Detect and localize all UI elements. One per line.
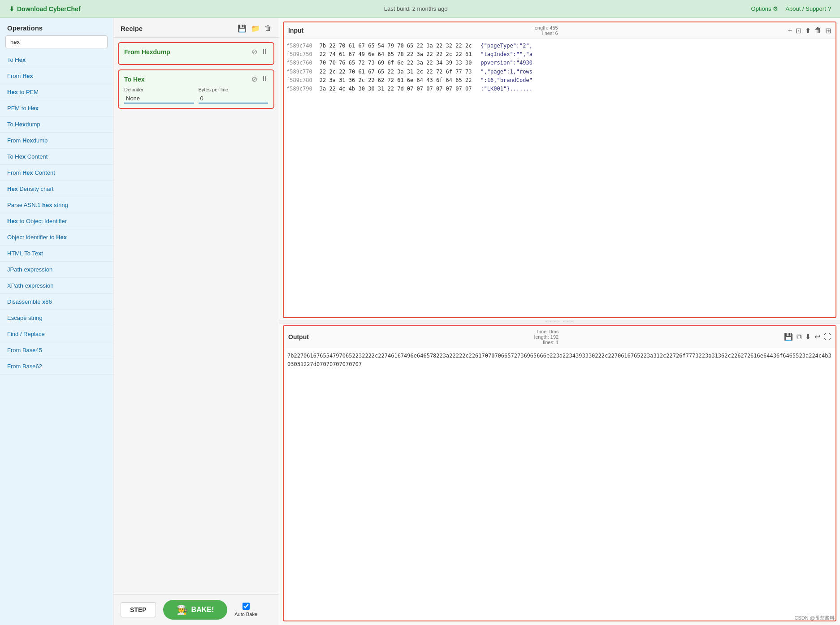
recipe-folder-icon[interactable]: 📁 xyxy=(251,24,260,33)
sidebar-item[interactable]: From Base62 xyxy=(0,358,113,375)
output-lines: 1 xyxy=(556,340,559,345)
options-label: Options xyxy=(751,5,771,12)
input-content[interactable]: f589c740 f589c750 f589c760 f589c770 f589… xyxy=(284,39,836,317)
sidebar-item[interactable]: Object Identifier to Hex xyxy=(0,229,113,246)
recipe-card-to-hex: To Hex ⊘ ⏸ Delimiter Bytes per line xyxy=(118,69,274,109)
recipe-card-header: From Hexdump ⊘ ⏸ xyxy=(124,47,268,56)
recipe-body: From Hexdump ⊘ ⏸ To Hex ⊘ ⏸ xyxy=(113,38,279,594)
main-layout: Operations To HexFrom HexHex to PEMPEM t… xyxy=(0,18,840,625)
sidebar-item[interactable]: To Hex Content xyxy=(0,149,113,165)
input-import-icon[interactable]: ⬆ xyxy=(805,26,811,35)
sidebar-title: Operations xyxy=(0,18,113,35)
to-hex-title: To Hex xyxy=(124,76,145,83)
sidebar: Operations To HexFrom HexHex to PEMPEM t… xyxy=(0,18,113,625)
input-add-icon[interactable]: + xyxy=(788,26,792,34)
sidebar-item[interactable]: HTML To Text xyxy=(0,246,113,262)
input-area: Input length: 455 lines: 6 + ⊡ ⬆ 🗑 ⊞ f58… xyxy=(283,22,836,318)
options-icon: ⚙ xyxy=(773,5,778,12)
to-hex-pause-icon[interactable]: ⏸ xyxy=(261,75,268,83)
hex-addresses: f589c740 f589c750 f589c760 f589c770 f589… xyxy=(286,42,312,315)
output-title: Output xyxy=(288,333,309,341)
auto-bake-label: Auto Bake xyxy=(234,612,257,617)
recipe-card-to-hex-header: To Hex ⊘ ⏸ xyxy=(124,75,268,83)
recipe-bottom: STEP 👨‍🍳 BAKE! Auto Bake xyxy=(113,594,279,625)
to-hex-disable-icon[interactable]: ⊘ xyxy=(251,75,257,83)
from-hexdump-title: From Hexdump xyxy=(124,48,170,56)
bytes-per-line-label: Bytes per line xyxy=(199,87,268,92)
sidebar-item[interactable]: From Hexdump xyxy=(0,133,113,149)
to-hex-fields: Delimiter Bytes per line xyxy=(124,87,268,103)
sidebar-item[interactable]: Hex to PEM xyxy=(0,84,113,100)
output-expand-icon[interactable]: ⛶ xyxy=(824,333,831,341)
output-content[interactable]: 7b2270616765547970652232222c22746167496e… xyxy=(284,348,836,621)
download-icon: ⬇ xyxy=(9,5,14,13)
input-grid-icon[interactable]: ⊞ xyxy=(825,26,831,35)
output-length: 192 xyxy=(550,334,559,340)
input-meta: length: 455 lines: 6 xyxy=(533,25,558,36)
bake-label: BAKE! xyxy=(191,606,214,614)
output-undo-icon[interactable]: ↩ xyxy=(814,332,820,341)
from-hexdump-pause-icon[interactable]: ⏸ xyxy=(261,47,268,56)
bytes-per-line-field-group: Bytes per line xyxy=(199,87,268,103)
sidebar-item[interactable]: Find / Replace xyxy=(0,326,113,342)
step-button[interactable]: STEP xyxy=(121,602,156,617)
build-info: Last build: 2 months ago xyxy=(384,5,448,12)
recipe-panel: Recipe 💾 📁 🗑 From Hexdump ⊘ ⏸ xyxy=(113,18,279,625)
input-header: Input length: 455 lines: 6 + ⊡ ⬆ 🗑 ⊞ xyxy=(284,22,836,39)
sidebar-item[interactable]: Disassemble x86 xyxy=(0,294,113,310)
recipe-title: Recipe xyxy=(121,25,143,32)
input-length: 455 xyxy=(550,25,558,30)
from-hexdump-disable-icon[interactable]: ⊘ xyxy=(251,47,257,56)
sidebar-item[interactable]: Hex to Object Identifier xyxy=(0,213,113,229)
to-hex-icons: ⊘ ⏸ xyxy=(251,75,268,83)
recipe-trash-icon[interactable]: 🗑 xyxy=(264,24,272,33)
sidebar-item[interactable]: Parse ASN.1 hex string xyxy=(0,197,113,213)
sidebar-item[interactable]: To Hexdump xyxy=(0,116,113,133)
hex-values: 7b 22 70 61 67 65 54 79 70 65 22 3a 22 3… xyxy=(320,42,472,315)
input-toolbar: + ⊡ ⬆ 🗑 ⊞ xyxy=(788,26,831,35)
sidebar-item[interactable]: JPath expression xyxy=(0,262,113,278)
input-title: Input xyxy=(288,27,303,34)
output-copy-icon[interactable]: ⧉ xyxy=(797,333,801,341)
auto-bake-toggle[interactable]: Auto Bake xyxy=(234,603,257,617)
recipe-header: Recipe 💾 📁 🗑 xyxy=(113,18,279,38)
about-label: About / Support xyxy=(785,5,826,12)
topbar-right: Options ⚙ About / Support ? xyxy=(751,5,831,12)
output-area: Output time: 0ms length: 192 lines: 1 💾 … xyxy=(283,325,836,622)
search-input[interactable] xyxy=(5,35,108,48)
watermark: CSDN @番茄酱料 xyxy=(795,615,835,621)
download-link[interactable]: ⬇ Download CyberChef xyxy=(9,5,81,13)
topbar: ⬇ Download CyberChef Last build: 2 month… xyxy=(0,0,840,18)
sidebar-item[interactable]: To Hex xyxy=(0,52,113,68)
chef-icon: 👨‍🍳 xyxy=(177,604,188,615)
output-export-icon[interactable]: ⬇ xyxy=(805,332,811,341)
bake-button[interactable]: 👨‍🍳 BAKE! xyxy=(163,600,228,620)
download-label: Download CyberChef xyxy=(17,5,81,13)
bytes-per-line-input[interactable] xyxy=(199,94,268,103)
sidebar-item[interactable]: From Hex Content xyxy=(0,165,113,181)
about-button[interactable]: About / Support ? xyxy=(785,5,831,12)
output-meta: time: 0ms length: 192 lines: 1 xyxy=(534,329,559,345)
divider-dots: · · · · · · · xyxy=(546,319,573,324)
right-panel: Input length: 455 lines: 6 + ⊡ ⬆ 🗑 ⊞ f58… xyxy=(279,18,840,625)
output-time: 0ms xyxy=(549,329,559,334)
options-button[interactable]: Options ⚙ xyxy=(751,5,779,12)
sidebar-item[interactable]: XPath expression xyxy=(0,278,113,294)
input-tab-icon[interactable]: ⊡ xyxy=(796,26,801,35)
output-save-icon[interactable]: 💾 xyxy=(784,332,793,341)
sidebar-item[interactable]: Hex Density chart xyxy=(0,181,113,197)
sidebar-item[interactable]: From Base45 xyxy=(0,342,113,358)
sidebar-item[interactable]: PEM to Hex xyxy=(0,100,113,116)
input-delete-icon[interactable]: 🗑 xyxy=(814,26,822,34)
output-toolbar: 💾 ⧉ ⬇ ↩ ⛶ xyxy=(784,332,831,341)
sidebar-list: To HexFrom HexHex to PEMPEM to HexTo Hex… xyxy=(0,52,113,625)
delimiter-input[interactable] xyxy=(124,94,194,103)
about-icon: ? xyxy=(828,5,831,12)
recipe-save-icon[interactable]: 💾 xyxy=(238,24,247,33)
io-divider[interactable]: · · · · · · · xyxy=(279,320,840,323)
delimiter-label: Delimiter xyxy=(124,87,194,92)
sidebar-item[interactable]: Escape string xyxy=(0,310,113,326)
recipe-card-from-hexdump: From Hexdump ⊘ ⏸ xyxy=(118,42,274,65)
sidebar-item[interactable]: From Hex xyxy=(0,68,113,84)
auto-bake-checkbox[interactable] xyxy=(242,603,250,610)
